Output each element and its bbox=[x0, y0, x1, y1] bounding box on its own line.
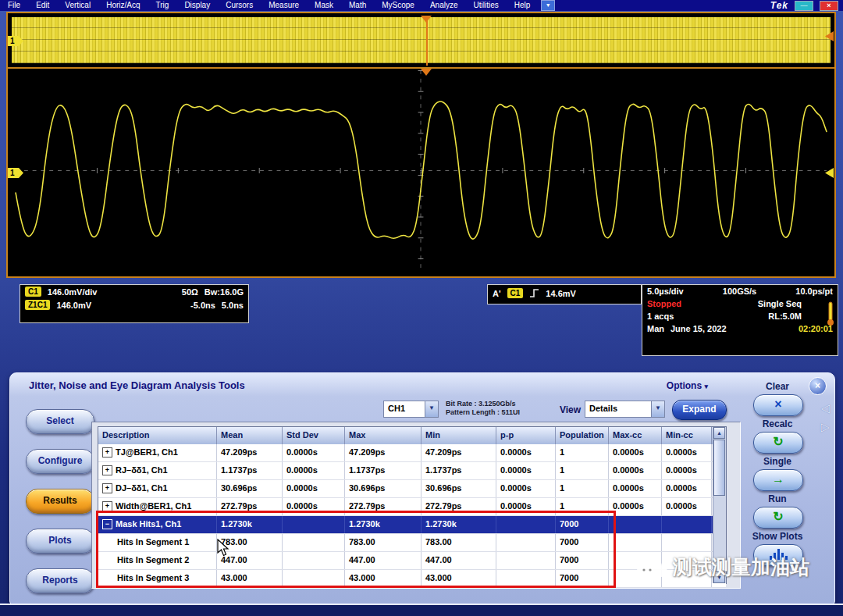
scrollbar-thumb[interactable] bbox=[713, 440, 725, 496]
table-cell: 7000 bbox=[556, 570, 609, 587]
trigger-source-label: A' bbox=[493, 289, 501, 298]
column-header-p-p[interactable]: p-p bbox=[496, 427, 556, 444]
table-row[interactable]: Hits In Segment 1783.00783.00783.007000 bbox=[98, 534, 726, 552]
menu-item-mask[interactable]: Mask bbox=[307, 0, 341, 10]
table-row[interactable]: −Mask Hits1, Ch11.2730k1.2730k1.2730k700… bbox=[98, 516, 726, 534]
menu-item-measure[interactable]: Measure bbox=[261, 0, 307, 10]
description-cell: −Mask Hits1, Ch1 bbox=[98, 516, 217, 533]
column-header-max-cc[interactable]: Max-cc bbox=[609, 427, 662, 444]
table-cell bbox=[662, 534, 712, 551]
sidebar-button-plots[interactable]: Plots bbox=[26, 529, 94, 554]
menu-item-edit[interactable]: Edit bbox=[28, 0, 57, 10]
nav-right-icon[interactable]: ▷ bbox=[820, 420, 830, 434]
row-description: RJ–δδ1, Ch1 bbox=[116, 465, 168, 475]
ch1-badge: C1 bbox=[25, 287, 41, 297]
column-header-min[interactable]: Min bbox=[422, 427, 496, 444]
menu-item-trig[interactable]: Trig bbox=[148, 0, 177, 10]
menu-item-file[interactable]: File bbox=[0, 0, 28, 10]
acq-state: Stopped bbox=[647, 299, 681, 308]
expand-button[interactable]: Expand bbox=[672, 400, 727, 420]
resolution: 10.0ps/pt bbox=[795, 287, 833, 296]
table-cell bbox=[609, 534, 662, 551]
column-header-min-cc[interactable]: Min-cc bbox=[662, 427, 712, 444]
window-close-button[interactable]: × bbox=[820, 1, 838, 11]
action-button-recalc[interactable]: ↻ bbox=[753, 432, 803, 454]
description-cell: Hits In Segment 2 bbox=[98, 552, 217, 569]
view-select[interactable]: Details ▼ bbox=[585, 401, 665, 418]
table-cell: 43.000 bbox=[422, 570, 496, 587]
menu-item-vertical[interactable]: Vertical bbox=[57, 0, 98, 10]
menu-item-myscope[interactable]: MyScope bbox=[374, 0, 422, 10]
collapse-minus-icon[interactable]: − bbox=[102, 519, 112, 529]
zoom-right: 5.0ns bbox=[222, 301, 244, 310]
table-cell: 0.0000s bbox=[662, 480, 712, 497]
menu-item-math[interactable]: Math bbox=[341, 0, 374, 10]
column-header-std-dev[interactable]: Std Dev bbox=[283, 427, 345, 444]
table-cell: 783.00 bbox=[422, 534, 496, 551]
menu-item-utilities[interactable]: Utilities bbox=[466, 0, 507, 10]
menu-dropdown-button[interactable]: ▼ bbox=[541, 0, 555, 11]
table-cell bbox=[496, 552, 556, 569]
expand-plus-icon[interactable]: + bbox=[102, 483, 112, 493]
expand-plus-icon[interactable]: + bbox=[102, 447, 112, 458]
scroll-up-icon[interactable]: ▲ bbox=[713, 427, 725, 439]
expand-plus-icon[interactable]: + bbox=[102, 501, 112, 511]
trigger-position-icon[interactable] bbox=[421, 69, 432, 76]
sidebar-button-configure[interactable]: Configure bbox=[26, 449, 94, 474]
chevron-down-icon[interactable]: ▼ bbox=[425, 401, 438, 417]
table-row[interactable]: +TJ@BER1, Ch147.209ps0.0000s47.209ps47.2… bbox=[98, 444, 726, 462]
column-header-description[interactable]: Description bbox=[98, 427, 217, 444]
column-header-max[interactable]: Max bbox=[345, 427, 422, 444]
table-cell: 0.0000s bbox=[496, 480, 556, 497]
tek-logo: Tek bbox=[770, 0, 788, 11]
menu-item-analyze[interactable]: Analyze bbox=[422, 0, 466, 10]
minimize-button[interactable]: — bbox=[795, 1, 813, 11]
single-arrow-icon: → bbox=[772, 472, 784, 486]
action-button-run[interactable]: ↻ bbox=[753, 507, 803, 529]
acq-mode: Single Seq bbox=[758, 299, 802, 308]
chevron-down-icon[interactable]: ▼ bbox=[651, 401, 664, 417]
table-cell: 783.00 bbox=[345, 534, 422, 551]
action-label-single: Single bbox=[742, 456, 813, 467]
options-menu[interactable]: Options ▾ bbox=[667, 380, 708, 391]
sidebar-button-select[interactable]: Select bbox=[26, 409, 94, 434]
acq-count: 1 acqs bbox=[647, 312, 674, 321]
table-cell: 447.00 bbox=[422, 552, 496, 569]
description-cell: +DJ–δδ1, Ch1 bbox=[98, 480, 217, 497]
table-cell: 0.0000s bbox=[496, 462, 556, 479]
sidebar-button-results[interactable]: Results bbox=[26, 489, 94, 514]
oscilloscope-screen: FileEditVerticalHoriz/AcqTrigDisplayCurs… bbox=[0, 0, 843, 616]
table-row[interactable]: +RJ–δδ1, Ch11.1737ps0.0000s1.1737ps1.173… bbox=[98, 462, 726, 480]
table-row[interactable]: +DJ–δδ1, Ch130.696ps0.0000s30.696ps30.69… bbox=[98, 480, 726, 498]
action-label-clear: Clear bbox=[742, 381, 813, 392]
table-row[interactable]: Hits In Segment 343.00043.00043.0007000 bbox=[98, 570, 726, 588]
table-cell bbox=[662, 516, 712, 533]
sidebar-button-reports[interactable]: Reports bbox=[26, 568, 94, 593]
description-cell: +TJ@BER1, Ch1 bbox=[98, 444, 217, 461]
action-button-single[interactable]: → bbox=[753, 469, 803, 491]
expand-plus-icon[interactable]: + bbox=[102, 465, 112, 475]
table-row[interactable]: Hits In Segment 2447.00447.00447.007000 bbox=[98, 552, 726, 570]
channel-select[interactable]: CH1 ▼ bbox=[383, 401, 439, 418]
ch1-termination: 50Ω bbox=[182, 287, 198, 297]
column-header-population[interactable]: Population bbox=[556, 427, 609, 444]
action-button-clear[interactable]: × bbox=[753, 394, 803, 416]
menu-item-cursors[interactable]: Cursors bbox=[218, 0, 261, 10]
table-cell bbox=[496, 534, 556, 551]
menu-item-help[interactable]: Help bbox=[507, 0, 539, 10]
menu-item-display[interactable]: Display bbox=[176, 0, 218, 10]
table-cell bbox=[496, 570, 556, 587]
table-cell: 0.0000s bbox=[662, 444, 712, 461]
trigger-position-icon-top[interactable] bbox=[421, 16, 432, 23]
table-cell: 1 bbox=[556, 462, 609, 479]
trigger-readout-box: A' C1 14.6mV bbox=[487, 284, 642, 304]
nav-left-icon[interactable]: ◁ bbox=[820, 401, 830, 415]
table-cell: 47.209ps bbox=[345, 444, 422, 461]
vertical-readout-box: C1 146.0mV/div 50Ω Bw:16.0G Z1C1 146.0mV… bbox=[20, 284, 249, 323]
table-row[interactable]: +Width@BER1, Ch1272.79ps0.0000s272.79ps2… bbox=[98, 498, 726, 516]
table-cell: 0.0000s bbox=[496, 444, 556, 461]
menu-item-horiz-acq[interactable]: Horiz/Acq bbox=[98, 0, 148, 10]
column-header-mean[interactable]: Mean bbox=[217, 427, 283, 444]
table-cell bbox=[609, 516, 662, 533]
table-cell: 272.79ps bbox=[345, 498, 422, 515]
